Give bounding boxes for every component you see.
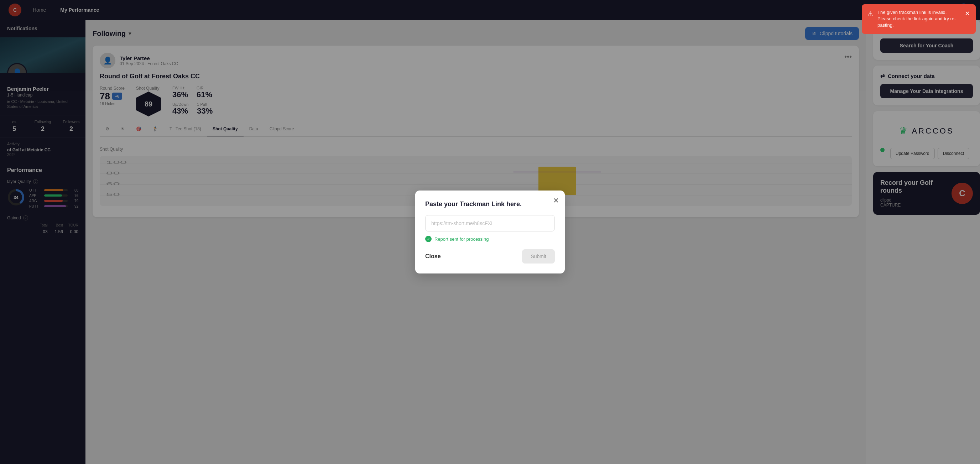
trackman-modal: Paste your Trackman Link here. ✕ ✓ Repor… bbox=[415, 191, 565, 273]
modal-close-button[interactable]: Close bbox=[425, 253, 441, 260]
modal-overlay: Paste your Trackman Link here. ✕ ✓ Repor… bbox=[0, 0, 980, 464]
modal-footer: Close Submit bbox=[425, 249, 555, 264]
modal-title: Paste your Trackman Link here. bbox=[425, 200, 555, 208]
check-icon: ✓ bbox=[425, 236, 431, 242]
modal-close-x-button[interactable]: ✕ bbox=[553, 196, 559, 205]
toast-close-button[interactable]: ✕ bbox=[965, 9, 970, 18]
trackman-link-input[interactable] bbox=[425, 215, 555, 232]
toast-message: The given trackman link is invalid. Plea… bbox=[877, 9, 961, 29]
warning-icon: ⚠ bbox=[867, 10, 873, 19]
success-message: ✓ Report sent for processing bbox=[425, 236, 555, 242]
modal-submit-button[interactable]: Submit bbox=[522, 249, 555, 264]
error-toast: ⚠ The given trackman link is invalid. Pl… bbox=[862, 4, 976, 34]
